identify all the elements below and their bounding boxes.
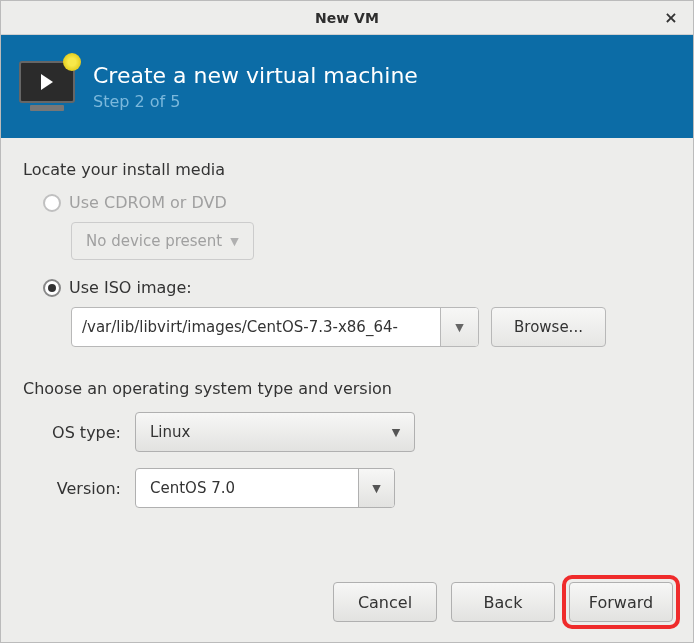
radio-icon	[43, 194, 61, 212]
radio-cdrom: Use CDROM or DVD	[43, 193, 671, 212]
chevron-down-icon: ▼	[230, 235, 238, 248]
cdrom-device-text: No device present	[86, 232, 222, 250]
wizard-footer: Cancel Back Forward	[1, 566, 693, 642]
os-version-combo[interactable]: CentOS 7.0 ▼	[135, 468, 395, 508]
iso-path-input[interactable]: /var/lib/libvirt/images/CentOS-7.3-x86_6…	[72, 308, 440, 346]
os-section: Choose an operating system type and vers…	[23, 379, 671, 508]
radio-cdrom-label: Use CDROM or DVD	[69, 193, 227, 212]
back-button[interactable]: Back	[451, 582, 555, 622]
titlebar: New VM ×	[1, 1, 693, 35]
chevron-down-icon[interactable]: ▼	[358, 469, 394, 507]
os-version-value: CentOS 7.0	[136, 479, 358, 497]
cdrom-device-combo: No device present ▼	[71, 222, 254, 260]
os-version-label: Version:	[27, 479, 135, 498]
forward-button[interactable]: Forward	[569, 582, 673, 622]
chevron-down-icon[interactable]: ▼	[378, 426, 414, 439]
os-type-combo[interactable]: Linux ▼	[135, 412, 415, 452]
vm-monitor-icon	[19, 61, 75, 113]
wizard-header-text: Create a new virtual machine Step 2 of 5	[93, 63, 418, 111]
window-title: New VM	[315, 10, 379, 26]
close-icon[interactable]: ×	[661, 8, 681, 28]
os-type-label: OS type:	[27, 423, 135, 442]
os-grid: OS type: Linux ▼ Version: CentOS 7.0 ▼	[27, 412, 671, 508]
browse-button[interactable]: Browse...	[491, 307, 606, 347]
wizard-step: Step 2 of 5	[93, 92, 418, 111]
install-media-heading: Locate your install media	[23, 160, 671, 179]
new-vm-window: New VM × Create a new virtual machine St…	[0, 0, 694, 643]
cancel-button[interactable]: Cancel	[333, 582, 437, 622]
iso-path-combo[interactable]: /var/lib/libvirt/images/CentOS-7.3-x86_6…	[71, 307, 479, 347]
radio-iso[interactable]: Use ISO image:	[43, 278, 671, 297]
iso-row: /var/lib/libvirt/images/CentOS-7.3-x86_6…	[71, 307, 671, 347]
os-heading: Choose an operating system type and vers…	[23, 379, 671, 398]
radio-icon	[43, 279, 61, 297]
os-type-value: Linux	[136, 423, 378, 441]
wizard-content: Locate your install media Use CDROM or D…	[1, 138, 693, 566]
forward-highlight: Forward	[562, 575, 680, 629]
wizard-header: Create a new virtual machine Step 2 of 5	[1, 35, 693, 138]
radio-iso-label: Use ISO image:	[69, 278, 192, 297]
chevron-down-icon[interactable]: ▼	[440, 308, 478, 346]
install-media-group: Use CDROM or DVD No device present ▼ Use…	[43, 193, 671, 347]
wizard-title: Create a new virtual machine	[93, 63, 418, 88]
